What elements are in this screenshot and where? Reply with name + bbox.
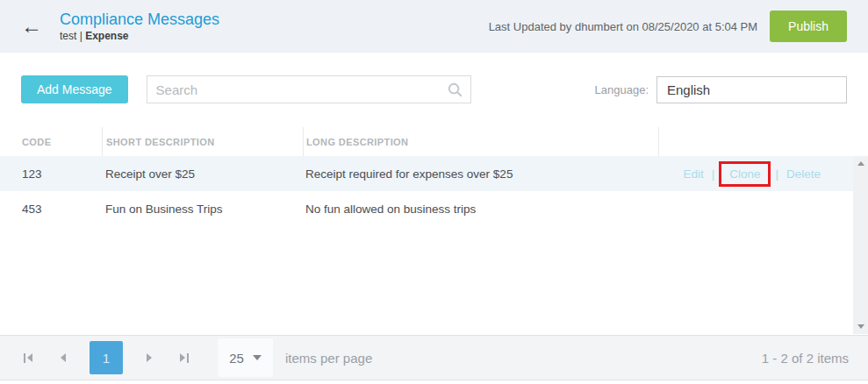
toolbar: Add Message Language:: [0, 75, 868, 103]
cell-short-description: Fun on Business Trips: [102, 191, 303, 226]
column-header-code: CODE: [0, 127, 102, 156]
previous-page-button[interactable]: [54, 349, 72, 366]
table-row[interactable]: 453 Fun on Business Trips No fun allowed…: [0, 191, 853, 226]
scroll-up-icon[interactable]: [857, 161, 864, 166]
language-label: Language:: [595, 83, 649, 96]
breadcrumb-module: Expense: [85, 30, 128, 42]
action-separator: |: [775, 167, 778, 181]
page-number-button[interactable]: 1: [90, 341, 123, 374]
items-per-page-label: items per page: [285, 351, 372, 366]
column-header-short-description: SHORT DESCRIPTION: [102, 127, 303, 156]
scroll-down-icon[interactable]: [857, 324, 864, 329]
items-range-label: 1 - 2 of 2 items: [762, 351, 849, 366]
back-arrow-icon[interactable]: ←: [21, 16, 42, 37]
pagination-bar: 1 25 items per page 1 - 2 of 2 items: [0, 335, 868, 380]
column-header-actions: [658, 127, 853, 156]
next-page-arrow-icon: [147, 353, 152, 362]
first-page-button[interactable]: [19, 349, 37, 366]
table-body: 123 Receipt over $25 Receipt required fo…: [0, 156, 853, 226]
cell-code: 453: [0, 191, 102, 226]
next-page-button[interactable]: [140, 349, 158, 366]
breadcrumb: test | Expense: [60, 30, 219, 42]
previous-page-arrow-icon: [61, 353, 66, 362]
page-title: Compliance Messages: [60, 11, 219, 29]
cell-short-description: Receipt over $25: [102, 156, 303, 191]
search-icon: [447, 82, 463, 102]
cell-long-description: No fun allowed on business trips: [303, 191, 658, 226]
page-size-dropdown[interactable]: 25: [218, 338, 273, 377]
cell-long-description: Receipt required for expenses over $25: [303, 156, 658, 191]
publish-button[interactable]: Publish: [770, 11, 847, 42]
edit-action-link[interactable]: Edit: [683, 167, 703, 181]
last-page-button[interactable]: [176, 349, 193, 366]
header-right: Last Updated by dhumbert on 08/25/2020 a…: [489, 11, 847, 42]
action-separator: |: [712, 167, 715, 181]
search-box: [147, 75, 471, 103]
first-page-arrow-icon: [27, 353, 32, 362]
compliance-messages-page: ← Compliance Messages test | Expense Las…: [0, 0, 868, 384]
last-page-bar-icon: [187, 353, 189, 363]
cell-actions: [658, 191, 853, 226]
search-input[interactable]: [147, 76, 470, 103]
table-header-row: CODE SHORT DESCRIPTION LONG DESCRIPTION: [0, 127, 853, 156]
cell-actions: Edit|Clone|Delete: [658, 156, 853, 191]
vertical-scrollbar[interactable]: [853, 156, 868, 334]
language-selector: Language:: [595, 76, 847, 103]
messages-table: CODE SHORT DESCRIPTION LONG DESCRIPTION …: [0, 127, 853, 226]
delete-action-link[interactable]: Delete: [786, 167, 821, 181]
last-updated-text: Last Updated by dhumbert on 08/25/2020 a…: [489, 20, 757, 33]
page-size-value: 25: [229, 351, 244, 366]
clone-action-link[interactable]: Clone: [719, 161, 771, 187]
chevron-down-icon: [253, 355, 262, 360]
last-page-arrow-icon: [180, 353, 185, 362]
table-row[interactable]: 123 Receipt over $25 Receipt required fo…: [0, 156, 853, 191]
cell-code: 123: [0, 156, 102, 191]
language-input[interactable]: [656, 76, 847, 103]
add-message-button[interactable]: Add Message: [21, 75, 128, 103]
column-header-long-description: LONG DESCRIPTION: [303, 127, 658, 156]
breadcrumb-context: test |: [60, 30, 85, 42]
first-page-bar-icon: [24, 353, 25, 363]
page-header: ← Compliance Messages test | Expense Las…: [0, 0, 868, 53]
title-block: Compliance Messages test | Expense: [60, 11, 219, 43]
